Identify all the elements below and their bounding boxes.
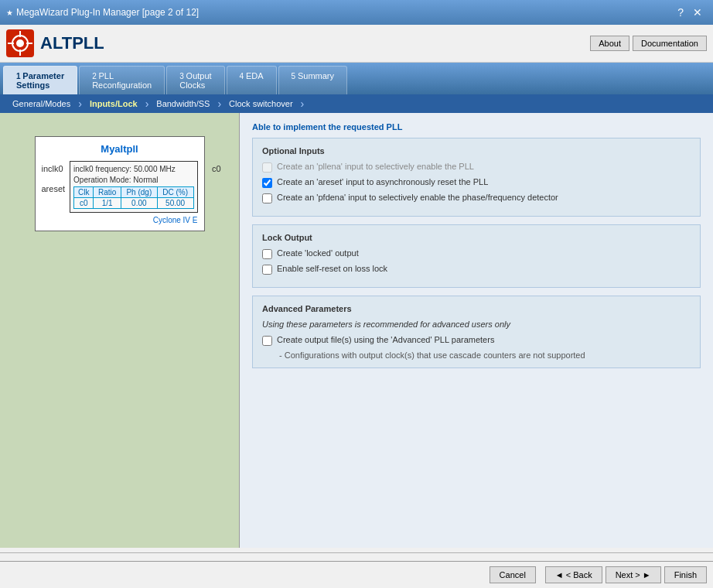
label-pfdena: Create an 'pfdena' input to selectively … — [277, 193, 558, 202]
close-button[interactable]: ✕ — [688, 5, 707, 20]
tab-navigation: 1 ParameterSettings 2 PLLReconfiguration… — [0, 63, 713, 94]
subnav-arrow-3: › — [217, 97, 221, 110]
optional-inputs-section: Optional Inputs Create an 'pllena' input… — [252, 138, 701, 217]
checkbox-pfdena[interactable] — [262, 193, 272, 203]
bottom-bar: Cancel ◄ < Back Next > ► Finish — [0, 561, 713, 588]
checkbox-pllena[interactable] — [262, 162, 272, 173]
diagram-inner: inclk0 frequency: 50.000 MHz Operation M… — [70, 161, 197, 213]
tab-parameter-settings[interactable]: 1 ParameterSettings — [3, 66, 77, 94]
finish-button[interactable]: Finish — [664, 566, 707, 583]
sub-navigation: General/Modes › Inputs/Lock › Bandwidth/… — [0, 94, 713, 113]
cell-ratio: 1/1 — [94, 198, 121, 209]
col-ph: Ph (dg) — [121, 187, 157, 198]
advanced-note: - Configurations with output clock(s) th… — [279, 350, 691, 360]
subnav-clock-switchover[interactable]: Clock switchover — [223, 97, 299, 111]
subnav-arrow-1: › — [78, 97, 82, 110]
checkbox-row-pllena: Create an 'pllena' input to selectively … — [262, 162, 691, 173]
label-selfreset: Enable self-reset on loss lock — [277, 264, 387, 273]
cell-ph: 0.00 — [121, 198, 157, 209]
checkbox-row-areset: Create an 'areset' input to asynchronous… — [262, 177, 691, 188]
cell-clk: c0 — [74, 198, 94, 209]
port-labels-left: inclk0 areset — [42, 164, 66, 193]
back-arrow-icon: ◄ — [555, 570, 564, 579]
diagram-box: Myaltpll inclk0 areset inclk0 frequency:… — [35, 136, 205, 231]
logo-text: ALTPLL — [40, 33, 104, 53]
checkbox-row-advanced: Create output file(s) using the 'Advance… — [262, 335, 691, 346]
toolbar-buttons: About Documentation — [590, 36, 707, 51]
col-ratio: Ratio — [94, 187, 121, 198]
main-header: Able to implement the requested PLL — [252, 122, 701, 132]
help-button[interactable]: ? — [673, 5, 688, 20]
toolbar: ALTPLL About Documentation — [0, 25, 713, 63]
cell-dc: 50.00 — [157, 198, 193, 209]
port-inclk0-label: inclk0 — [42, 164, 66, 173]
checkbox-row-pfdena: Create an 'pfdena' input to selectively … — [262, 193, 691, 203]
checkbox-advanced[interactable] — [262, 336, 272, 346]
port-c0-label: c0 — [212, 164, 221, 173]
checkbox-areset[interactable] — [262, 178, 272, 188]
svg-point-2 — [16, 39, 24, 47]
title-bar: ★ MegaWizard Plug-In Manager [page 2 of … — [0, 0, 713, 25]
main-window: ALTPLL About Documentation 1 ParameterSe… — [0, 25, 713, 588]
left-panel: Myaltpll inclk0 areset inclk0 frequency:… — [0, 113, 240, 548]
diagram-table: Clk Ratio Ph (dg) DC (%) c0 1/1 — [73, 186, 193, 209]
back-button[interactable]: ◄ < Back — [545, 566, 602, 583]
subnav-arrow-4: › — [301, 97, 305, 110]
tab-pll-reconfiguration[interactable]: 2 PLLReconfiguration — [79, 66, 165, 94]
subnav-arrow-2: › — [145, 97, 149, 110]
checkbox-row-locked: Create 'locked' output — [262, 248, 691, 259]
logo-area: ALTPLL — [6, 29, 590, 57]
diagram-ports: inclk0 areset inclk0 frequency: 50.000 M… — [42, 161, 198, 213]
col-dc: DC (%) — [157, 187, 193, 198]
freq-info: inclk0 frequency: 50.000 MHz — [73, 165, 193, 173]
checkbox-selfreset[interactable] — [262, 265, 272, 275]
logo-icon — [6, 29, 34, 57]
advanced-params-section: Advanced Parameters Using these paramete… — [252, 296, 701, 368]
label-pllena: Create an 'pllena' input to selectively … — [277, 162, 474, 171]
tab-summary[interactable]: 5 Summary — [278, 66, 347, 94]
diagram-title: Myaltpll — [42, 143, 198, 155]
right-panel: Able to implement the requested PLL Opti… — [240, 113, 713, 548]
content-area: Myaltpll inclk0 areset inclk0 frequency:… — [0, 113, 713, 548]
label-locked: Create 'locked' output — [277, 248, 359, 258]
port-labels-right: c0 — [212, 164, 221, 173]
divider — [0, 552, 713, 553]
advanced-params-title: Advanced Parameters — [262, 304, 691, 313]
tab-output-clocks[interactable]: 3 OutputClocks — [166, 66, 224, 94]
mode-info: Operation Mode: Normal — [73, 176, 193, 184]
next-button[interactable]: Next > ► — [606, 566, 661, 583]
documentation-button[interactable]: Documentation — [633, 36, 707, 51]
lock-output-section: Lock Output Create 'locked' output Enabl… — [252, 224, 701, 288]
next-arrow-icon: ► — [643, 570, 651, 579]
subnav-inputs-lock[interactable]: Inputs/Lock — [84, 97, 144, 111]
port-areset-label: areset — [42, 184, 66, 193]
title-bar-text: MegaWizard Plug-In Manager [page 2 of 12… — [16, 7, 673, 18]
label-advanced: Create output file(s) using the 'Advance… — [277, 335, 494, 344]
subnav-bandwidth-ss[interactable]: Bandwidth/SS — [150, 97, 216, 111]
tab-eda[interactable]: 4 EDA — [227, 66, 277, 94]
cancel-button[interactable]: Cancel — [490, 566, 536, 583]
device-label: Cyclone IV E — [42, 216, 198, 224]
checkbox-locked[interactable] — [262, 249, 272, 259]
label-areset: Create an 'areset' input to asynchronous… — [277, 177, 488, 186]
title-bar-icon: ★ — [6, 9, 13, 17]
subnav-general-modes[interactable]: General/Modes — [6, 97, 77, 111]
optional-inputs-title: Optional Inputs — [262, 146, 691, 156]
advanced-params-desc: Using these parameters is recommended fo… — [262, 320, 691, 329]
col-clk: Clk — [74, 187, 94, 198]
checkbox-row-selfreset: Enable self-reset on loss lock — [262, 264, 691, 275]
lock-output-title: Lock Output — [262, 233, 691, 242]
table-row: c0 1/1 0.00 50.00 — [74, 198, 193, 209]
about-button[interactable]: About — [590, 36, 629, 51]
